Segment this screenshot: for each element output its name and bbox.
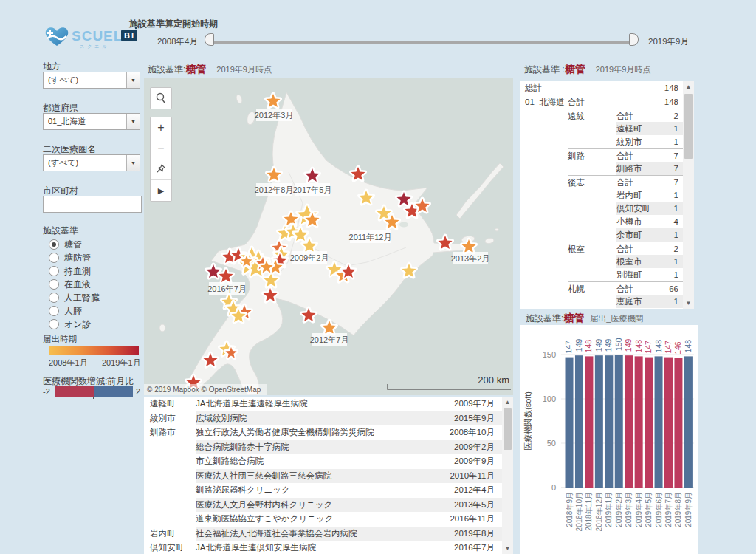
summary-table-row[interactable]: 小樽市4: [520, 215, 683, 228]
hospital-list-row[interactable]: 遠軽町JA北海道厚生連遠軽厚生病院2009年7月: [144, 397, 502, 411]
bar[interactable]: [664, 358, 673, 488]
scrollbar-thumb[interactable]: [684, 94, 693, 159]
slider-handle-right[interactable]: [629, 33, 639, 46]
notification-period-gradient: [49, 346, 139, 355]
summary-label-cell: [520, 202, 568, 215]
zoom-out-button[interactable]: −: [151, 138, 171, 159]
summary-table-row[interactable]: 別海町1: [520, 268, 683, 281]
chevron-down-icon[interactable]: ▼: [126, 155, 140, 171]
facility-standard-option[interactable]: 在血液: [49, 278, 140, 291]
facility-standard-option[interactable]: 持血測: [49, 264, 140, 278]
hospital-name-cell: 道東勤医協協立すこやかクリニック: [196, 512, 437, 527]
bar[interactable]: [605, 355, 613, 488]
bar[interactable]: [615, 355, 623, 488]
radio-icon[interactable]: [49, 293, 59, 303]
summary-table-scrollbar[interactable]: ▲ ▼: [683, 81, 694, 309]
bar-chart[interactable]: 050100150医療機関数(soft)1472018年9月1492018年10…: [520, 325, 698, 554]
summary-table-row[interactable]: 根室合計2: [520, 242, 683, 255]
bar[interactable]: [566, 358, 574, 488]
x-tick-label: 2018年12月: [595, 492, 603, 531]
scrollbar-thumb[interactable]: [504, 408, 512, 450]
bar[interactable]: [645, 358, 653, 488]
summary-table-row[interactable]: 恵庭市1: [520, 295, 683, 308]
x-tick-label: 2019年4月: [635, 492, 643, 527]
radio-label: 持血測: [64, 265, 91, 278]
bar-value-label: 148: [684, 340, 693, 353]
bar[interactable]: [625, 355, 633, 488]
hospital-list-row[interactable]: 医療法人社団三慈会釧路三慈会病院2010年11月: [144, 469, 502, 484]
scroll-up-icon[interactable]: ▲: [502, 397, 513, 408]
radio-icon[interactable]: [49, 239, 59, 250]
time-range-slider[interactable]: [209, 38, 633, 48]
summary-table-row[interactable]: 釧路合計7: [520, 148, 683, 162]
scroll-up-icon[interactable]: ▲: [683, 81, 694, 92]
hospital-list-row[interactable]: 紋別市広域紋別病院2015年9月: [144, 411, 502, 426]
facility-standard-option[interactable]: オン診: [49, 318, 140, 331]
facility-standard-option[interactable]: 糖管: [49, 238, 140, 251]
summary-value-cell: 148: [659, 95, 683, 109]
scroll-down-icon[interactable]: ▼: [683, 298, 694, 309]
hospital-list-row[interactable]: 岩内町社会福祉法人北海道社会事業協会岩内病院2019年8月: [144, 527, 502, 541]
chart-title-prefix: 施設基準:: [526, 313, 563, 324]
summary-table-row[interactable]: 余市町1: [520, 228, 683, 242]
radio-icon[interactable]: [49, 266, 59, 276]
summary-table-row[interactable]: 倶知安町1: [520, 202, 683, 215]
city-filter-input[interactable]: [43, 196, 142, 213]
summary-table-row[interactable]: 総計148: [520, 81, 683, 95]
zoom-in-button[interactable]: +: [151, 117, 171, 138]
summary-title-prefix: 施設基準 :: [524, 64, 565, 75]
summary-table-row[interactable]: 後志合計7: [520, 175, 683, 188]
hospital-list-row[interactable]: 市立釧路総合病院2009年9月: [144, 454, 502, 469]
medarea-filter-dropdown[interactable]: (すべて) ▼: [43, 154, 140, 171]
summary-table-row[interactable]: 岩内町1: [520, 188, 683, 202]
chevron-down-icon[interactable]: ▼: [126, 114, 140, 129]
facility-standard-option[interactable]: 人膵: [49, 304, 140, 318]
summary-label-cell: [520, 188, 568, 202]
hospital-list-row[interactable]: 釧路市独立行政法人労働者健康安全機構釧路労災病院2008年10月: [144, 425, 502, 440]
hospital-list-row[interactable]: 総合病院釧路赤十字病院2009年2月: [144, 440, 502, 455]
map-search-button[interactable]: [150, 87, 172, 109]
hospital-list: 遠軽町JA北海道厚生連遠軽厚生病院2009年7月紋別市広域紋別病院2015年9月…: [144, 397, 502, 554]
bar[interactable]: [585, 356, 593, 488]
hospital-list-scrollbar[interactable]: ▲ ▼: [502, 397, 513, 554]
bar[interactable]: [684, 356, 693, 488]
bar[interactable]: [575, 355, 583, 488]
facility-standard-radio-group: 糖管糖防管持血測在血液人工腎臓人膵オン診: [49, 238, 140, 331]
pan-mode-button[interactable]: ▶: [151, 179, 171, 201]
summary-label-cell: 01_北海道: [520, 95, 568, 109]
summary-table-row[interactable]: 根室市1: [520, 255, 683, 268]
slider-handle-left[interactable]: [205, 33, 214, 46]
radio-icon[interactable]: [49, 306, 59, 316]
summary-table-row[interactable]: 札幌合計66: [520, 281, 683, 295]
radio-icon[interactable]: [49, 279, 59, 290]
scroll-down-icon[interactable]: ▼: [502, 543, 513, 554]
map-viewport[interactable]: 2012年3月2012年8月2017年5月2011年12月2009年2月2013…: [144, 78, 513, 395]
radio-icon[interactable]: [49, 319, 59, 329]
summary-table-row[interactable]: 釧路市7: [520, 162, 683, 175]
hospital-date-cell: 2009年2月: [437, 440, 502, 455]
summary-table-row[interactable]: 01_北海道合計148: [520, 95, 683, 109]
summary-table-row[interactable]: 遠軽町1: [520, 122, 683, 135]
region-filter-dropdown[interactable]: (すべて) ▼: [43, 72, 140, 89]
bar[interactable]: [674, 358, 682, 488]
facility-standard-option[interactable]: 糖防管: [49, 251, 140, 264]
radio-label: 人膵: [64, 305, 82, 318]
slider-track[interactable]: [209, 41, 633, 44]
summary-table-row[interactable]: 紋別市1: [520, 135, 683, 148]
bar[interactable]: [595, 355, 603, 488]
pin-button[interactable]: [151, 159, 171, 179]
hospital-list-row[interactable]: 釧路泌尿器科クリニック2012年4月: [144, 483, 502, 498]
hospital-list-row[interactable]: 道東勤医協協立すこやかクリニック2016年11月: [144, 512, 502, 527]
chevron-down-icon[interactable]: ▼: [126, 72, 140, 88]
hospital-list-row[interactable]: 医療法人文月会野村内科クリニック2013年5月: [144, 498, 502, 513]
facility-standard-option[interactable]: 人工腎臓: [49, 291, 140, 304]
hospital-list-row[interactable]: 倶知安町JA北海道厚生連倶知安厚生病院2016年7月: [144, 541, 502, 554]
radio-icon[interactable]: [49, 253, 59, 263]
map-scale-label: 200 km: [478, 375, 509, 386]
hospital-town-cell: 紋別市: [144, 411, 196, 426]
bar[interactable]: [635, 356, 643, 488]
bar[interactable]: [655, 356, 663, 488]
pref-filter-dropdown[interactable]: 01_北海道 ▼: [43, 113, 140, 130]
summary-table-row[interactable]: 遠紋合計2: [520, 109, 683, 122]
svg-text:© 2019 Mapbox © OpenStreetMap: © 2019 Mapbox © OpenStreetMap: [147, 386, 261, 394]
